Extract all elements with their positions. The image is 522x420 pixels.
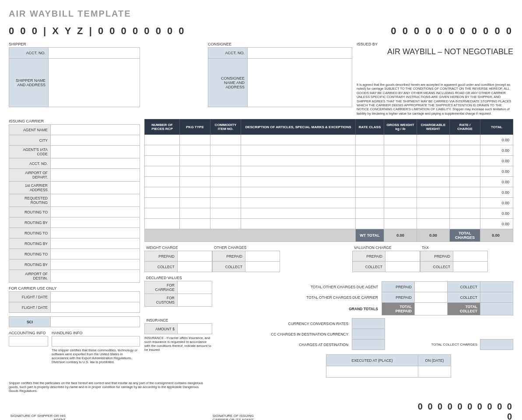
- carrier-field-value[interactable]: [51, 158, 140, 169]
- carrier-field-value[interactable]: [51, 228, 140, 238]
- carrier-field-value[interactable]: [51, 270, 140, 283]
- due-agent-prepaid-val[interactable]: [415, 282, 448, 292]
- executed-date-value[interactable]: [418, 366, 451, 378]
- item-cell[interactable]: [180, 166, 210, 177]
- carrier-field-value[interactable]: [51, 217, 140, 228]
- carrier-field-value[interactable]: [51, 135, 140, 146]
- item-cell[interactable]: [145, 219, 180, 229]
- item-cell[interactable]: [145, 198, 180, 208]
- item-cell[interactable]: [356, 219, 384, 229]
- item-cell[interactable]: [241, 156, 356, 166]
- tax-collect-value[interactable]: [453, 262, 488, 272]
- item-cell[interactable]: [417, 156, 450, 166]
- item-cell[interactable]: [241, 187, 356, 198]
- item-cell[interactable]: [384, 177, 417, 187]
- carrier-field-value[interactable]: [51, 169, 140, 182]
- item-cell[interactable]: [241, 208, 356, 219]
- cad-value[interactable]: [352, 340, 385, 350]
- item-cell[interactable]: [145, 208, 180, 219]
- item-cell[interactable]: [450, 198, 480, 208]
- insurance-amount-value[interactable]: [178, 324, 212, 334]
- item-cell[interactable]: [384, 166, 417, 177]
- item-cell[interactable]: [417, 145, 450, 156]
- carrier-field-value[interactable]: [51, 182, 140, 194]
- item-cell[interactable]: [384, 187, 417, 198]
- shipper-addr-value[interactable]: [49, 59, 140, 107]
- item-cell[interactable]: [210, 198, 241, 208]
- item-cell[interactable]: [450, 187, 480, 198]
- item-cell[interactable]: [417, 177, 450, 187]
- ccdc-value[interactable]: [352, 329, 385, 340]
- item-cell[interactable]: [384, 135, 417, 145]
- for-carriage-value[interactable]: [178, 281, 212, 294]
- item-cell[interactable]: [384, 156, 417, 166]
- item-cell[interactable]: [417, 187, 450, 198]
- due-carrier-prepaid-val[interactable]: [415, 292, 448, 303]
- for-customs-value[interactable]: [178, 294, 212, 307]
- weight-collect-value[interactable]: [178, 262, 212, 272]
- item-cell[interactable]: [241, 166, 356, 177]
- item-cell[interactable]: [356, 166, 384, 177]
- item-cell[interactable]: [210, 219, 241, 229]
- item-cell[interactable]: [180, 135, 210, 145]
- consignee-addr-value[interactable]: [248, 59, 352, 107]
- item-cell[interactable]: [417, 208, 450, 219]
- val-collect-value[interactable]: [385, 262, 420, 272]
- item-cell[interactable]: [450, 156, 480, 166]
- item-cell[interactable]: [356, 145, 384, 156]
- item-cell[interactable]: [417, 198, 450, 208]
- item-cell[interactable]: [356, 177, 384, 187]
- item-cell[interactable]: [210, 177, 241, 187]
- total-collect-val[interactable]: [480, 303, 513, 315]
- item-cell[interactable]: [356, 156, 384, 166]
- item-cell[interactable]: [241, 198, 356, 208]
- item-cell[interactable]: [241, 219, 356, 229]
- other-prepaid-value[interactable]: [245, 251, 280, 262]
- item-cell[interactable]: [450, 145, 480, 156]
- due-agent-collect-val[interactable]: [480, 282, 513, 292]
- item-cell[interactable]: [384, 145, 417, 156]
- item-cell[interactable]: [450, 135, 480, 145]
- item-cell[interactable]: [145, 177, 180, 187]
- carrier-field-value[interactable]: [51, 259, 140, 270]
- item-cell[interactable]: [180, 219, 210, 229]
- item-cell[interactable]: [241, 135, 356, 145]
- item-cell[interactable]: [180, 208, 210, 219]
- executed-place-value[interactable]: [326, 366, 418, 378]
- total-prepaid-val[interactable]: [415, 303, 448, 315]
- item-cell[interactable]: [241, 177, 356, 187]
- val-prepaid-value[interactable]: [385, 251, 420, 262]
- item-cell[interactable]: [180, 145, 210, 156]
- item-cell[interactable]: [417, 135, 450, 145]
- item-cell[interactable]: [145, 166, 180, 177]
- carrier-field-value[interactable]: [51, 238, 140, 249]
- item-cell[interactable]: [210, 166, 241, 177]
- sig-shipper-line[interactable]: [66, 416, 210, 420]
- due-carrier-collect-val[interactable]: [480, 292, 513, 303]
- item-cell[interactable]: [417, 219, 450, 229]
- ccr-value[interactable]: [352, 318, 385, 329]
- item-cell[interactable]: [180, 177, 210, 187]
- item-cell[interactable]: [241, 145, 356, 156]
- item-cell[interactable]: [450, 177, 480, 187]
- sci-value[interactable]: [51, 317, 140, 327]
- item-cell[interactable]: [180, 187, 210, 198]
- carrier-field-value[interactable]: [51, 146, 140, 158]
- carrier-field-value[interactable]: [51, 207, 140, 217]
- item-cell[interactable]: [180, 156, 210, 166]
- item-cell[interactable]: [384, 219, 417, 229]
- item-cell[interactable]: [180, 198, 210, 208]
- item-cell[interactable]: [450, 166, 480, 177]
- weight-prepaid-value[interactable]: [178, 251, 212, 262]
- item-cell[interactable]: [210, 187, 241, 198]
- item-cell[interactable]: [356, 208, 384, 219]
- tcc-value[interactable]: [480, 340, 513, 350]
- tax-prepaid-value[interactable]: [453, 251, 488, 262]
- flight-date-value[interactable]: [51, 292, 140, 302]
- item-cell[interactable]: [210, 135, 241, 145]
- item-cell[interactable]: [450, 208, 480, 219]
- shipper-acct-value[interactable]: [49, 48, 140, 58]
- sig-carrier-line[interactable]: [254, 416, 416, 420]
- carrier-field-value[interactable]: [51, 249, 140, 259]
- item-cell[interactable]: [417, 166, 450, 177]
